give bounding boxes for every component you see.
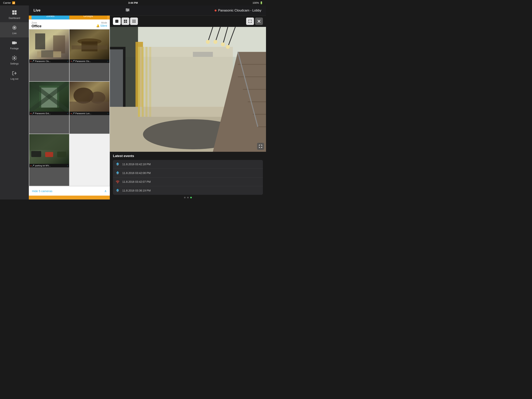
main-content: Latest events 11.8.2016 03:42:18 PM [110,16,266,200]
live-icon [12,25,17,31]
mic-icon: 🎤 [32,112,34,115]
camera-feed [110,27,266,152]
event-icon-4 [116,189,120,193]
status-bar: Carrier 📶 3:44 PM 100% 🔋 [0,0,266,6]
cam-arrow-5: › [67,164,68,167]
status-left: Carrier 📶 [3,1,15,4]
cam-thumbnail-3 [29,82,69,112]
sidebar-item-dashboard[interactable]: Dashboard [0,7,29,22]
sidebar-item-live[interactable]: Live [0,22,29,37]
svg-rect-0 [12,10,14,12]
camera-grid-empty [70,134,109,186]
svg-rect-36 [29,134,69,150]
svg-rect-20 [41,51,53,58]
cam-label-1: ● 🎤 Panasonic Clo... › [29,59,69,63]
event-icon-2 [116,171,120,175]
cam-name-2: Panasonic Clo... [75,60,108,62]
svg-point-71 [221,42,225,46]
cam-icons-4: ● 🎤 [71,112,75,115]
zone-header: Zone Office Mode 🔔 🔔 Silent Silent [29,19,110,29]
sidebar: Dashboard Live Footage Settings [0,0,29,200]
close-button[interactable] [255,18,263,25]
camera-thumb-3[interactable]: ● 🎤 Panasonic Ent... › [29,82,69,134]
dashboard-icon [12,10,17,16]
svg-rect-49 [133,21,134,22]
header-bar: Live Panasonic Cloudcam - Lobby [29,6,266,16]
svg-rect-53 [135,22,136,23]
svg-rect-41 [124,20,125,21]
svg-rect-48 [133,21,133,22]
cam-icons-1: ● 🎤 [30,60,34,62]
logout-icon [12,71,17,77]
mode-label: Mode [96,21,107,24]
svg-rect-2 [12,13,14,15]
svg-point-14 [128,10,129,11]
rec-icon: ● [30,165,32,167]
battery-icon: 🔋 [260,1,263,4]
view-grid2-button[interactable] [121,18,129,25]
sidebar-item-footage[interactable]: Footage [0,37,29,53]
cam-icons-3: ● 🎤 [30,112,34,115]
svg-rect-85 [193,52,213,57]
svg-rect-3 [15,13,17,15]
cam-arrow-3: › [67,112,68,115]
svg-marker-8 [16,42,17,44]
svg-rect-50 [135,21,136,22]
event-time-3: 11.8.2016 03:42:07 PM [122,180,151,183]
svg-rect-37 [31,151,41,157]
chevron-up-icon: ∧ [104,189,107,193]
svg-rect-17 [35,33,45,50]
action-buttons [246,18,263,25]
cam-label-2: ● 🎤 Panasonic Clo... › [70,59,109,63]
event-time-2: 11.8.2016 03:42:08 PM [122,171,151,174]
footage-icon [12,40,17,46]
camera-thumb-4[interactable]: ● 🎤 Panasonic Lun... › [70,82,109,134]
svg-point-15 [127,11,127,12]
sidebar-item-label: Footage [10,47,19,50]
svg-rect-60 [110,49,123,114]
svg-rect-64 [138,47,233,117]
event-icon-1 [116,162,120,166]
header-title: Live [33,8,40,13]
event-row-4[interactable]: 11.8.2016 03:36:19 PM [113,186,263,195]
latest-events-section: Latest events 11.8.2016 03:42:18 PM [110,152,266,195]
camera-thumb-1[interactable]: ● 🎤 Panasonic Clo... › [29,29,69,81]
cam-name-4: Panasonic Lun... [75,112,108,115]
page-dot-1 [184,197,186,198]
svg-rect-44 [126,21,127,23]
event-row-2[interactable]: 11.8.2016 03:42:08 PM [113,169,263,178]
cam-label-4: ● 🎤 Panasonic Lun... › [70,112,109,115]
recording-dot [215,10,216,12]
camera-thumb-5[interactable]: ● 🎤 parking lot WV... › [29,134,69,186]
svg-rect-18 [53,35,65,53]
filter-icon[interactable] [125,8,130,13]
battery-label: 100% [253,1,259,4]
cam-label-5: ● 🎤 parking lot WV... › [29,164,69,167]
cam-thumbnail-2 [70,29,109,59]
mic-icon: 🎤 [32,165,34,167]
hide-cameras-bar[interactable]: Hide 5 cameras ∧ [29,186,110,196]
event-row-3[interactable]: 11.8.2016 03:42:07 PM [113,178,263,186]
svg-point-70 [213,40,217,44]
expand-button[interactable] [246,18,254,25]
fullscreen-button[interactable] [257,143,264,150]
mic-icon: 🎤 [72,112,75,115]
camera-thumb-2[interactable]: ● 🎤 Panasonic Clo... › [70,29,109,81]
svg-rect-24 [71,45,108,50]
view-single-button[interactable] [113,18,121,25]
carrier-label: Carrier [3,1,11,4]
view-grid3-button[interactable] [130,18,138,25]
rec-icon: ● [30,60,32,62]
sidebar-item-label: Live [12,32,17,35]
event-row-1[interactable]: 11.8.2016 03:42:18 PM [113,160,263,169]
svg-rect-38 [45,152,53,157]
svg-point-88 [117,183,118,184]
sidebar-item-logout[interactable]: Log out [0,68,29,83]
zone-section: Zone Office Mode 🔔 🔔 Silent Silent [29,19,110,29]
svg-rect-82 [142,47,144,117]
svg-rect-47 [135,20,136,20]
sidebar-item-label: Log out [11,77,18,80]
cam-arrow-1: › [67,60,68,62]
svg-rect-43 [124,21,125,23]
sidebar-item-settings[interactable]: Settings [0,53,29,68]
